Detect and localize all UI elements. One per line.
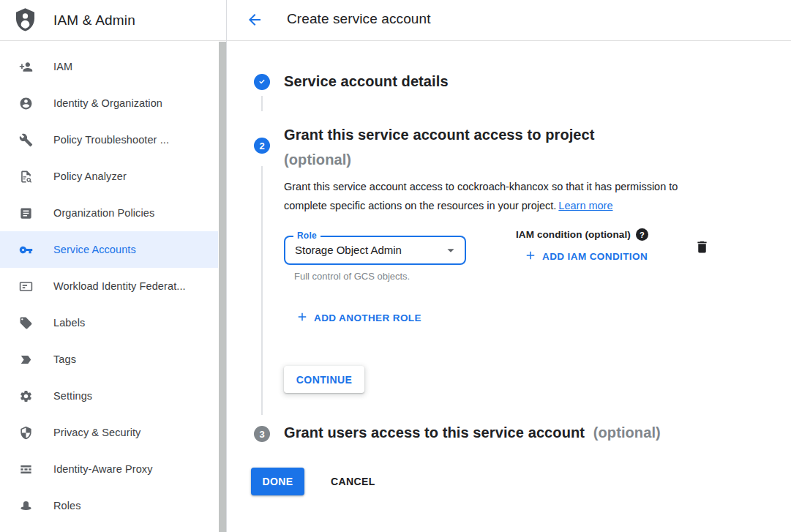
tag-icon	[18, 315, 33, 330]
arrow-back-icon	[246, 20, 263, 31]
step1-title: Service account details	[284, 73, 449, 90]
key-icon	[18, 242, 33, 257]
step2-optional-label: (optional)	[284, 147, 595, 172]
wrench-icon	[18, 132, 33, 147]
card-icon	[18, 279, 33, 293]
chevron-down-icon	[443, 242, 459, 258]
add-iam-condition-button[interactable]: ADD IAM CONDITION	[524, 249, 648, 264]
main-panel: Create service account Service account d…	[227, 0, 791, 532]
sidebar-item-organization-policies[interactable]: Organization Policies	[0, 195, 218, 231]
step3-number: 3	[259, 429, 264, 440]
sidebar-item-privacy-security[interactable]: Privacy & Security	[0, 414, 218, 451]
plus-icon	[524, 249, 542, 264]
hat-icon	[18, 498, 33, 513]
page-title: Create service account	[287, 11, 431, 27]
stepper-connector	[261, 96, 263, 111]
iam-condition-header: IAM condition (optional) ?	[516, 228, 648, 241]
sidebar-item-roles[interactable]: Roles	[0, 487, 218, 524]
label-important-icon	[18, 352, 33, 367]
step2-description: Grant this service account access to coc…	[284, 178, 720, 215]
sidebar-nav: IAM Identity & Organization Policy Troub…	[0, 48, 218, 524]
sidebar-item-label: Settings	[53, 390, 92, 402]
role-helper-text: Full control of GCS objects.	[294, 271, 410, 282]
wizard-content: Service account details 2 Grant this ser…	[227, 41, 791, 532]
role-select[interactable]: Role Storage Object Admin	[284, 236, 466, 265]
account-circle-icon	[18, 96, 33, 110]
app-title: IAM & Admin	[53, 12, 135, 29]
sidebar-item-label: Tags	[53, 353, 76, 365]
sidebar-item-label: Policy Troubleshooter ...	[53, 134, 169, 146]
sidebar-item-label: Identity-Aware Proxy	[53, 463, 153, 475]
document-list-icon	[18, 206, 33, 220]
step2-heading: Grant this service account access to pro…	[284, 122, 595, 172]
sidebar-item-workload-identity-federation[interactable]: Workload Identity Federat...	[0, 268, 218, 304]
sidebar-item-tags[interactable]: Tags	[0, 341, 218, 378]
add-iam-condition-label: ADD IAM CONDITION	[542, 251, 648, 262]
sidebar-item-service-accounts[interactable]: Service Accounts	[0, 231, 218, 268]
step2-description-text: Grant this service account access to coc…	[284, 181, 678, 211]
step1-check-badge	[254, 74, 270, 90]
sidebar-item-identity-organization[interactable]: Identity & Organization	[0, 85, 218, 121]
sidebar-item-label: Organization Policies	[53, 207, 154, 219]
role-selected-value: Storage Object Admin	[295, 237, 402, 263]
cancel-button[interactable]: CANCEL	[325, 468, 381, 495]
sidebar-item-label: Workload Identity Federat...	[53, 280, 186, 292]
shield-person-icon	[12, 5, 38, 35]
sidebar-item-iam[interactable]: IAM	[0, 48, 218, 85]
sidebar-item-policy-analyzer[interactable]: Policy Analyzer	[0, 158, 218, 195]
plus-icon	[296, 310, 314, 326]
sidebar-header: IAM & Admin	[0, 0, 226, 41]
sidebar-item-identity-aware-proxy[interactable]: Identity-Aware Proxy	[0, 451, 218, 487]
sidebar: IAM & Admin IAM Identity & Organization …	[0, 0, 227, 532]
main-header: Create service account	[227, 0, 791, 41]
sidebar-item-label: Privacy & Security	[53, 427, 140, 438]
sidebar-scrollbar[interactable]	[219, 42, 226, 532]
sidebar-item-settings[interactable]: Settings	[0, 378, 218, 414]
step3-number-badge: 3	[254, 426, 270, 442]
gear-icon	[18, 389, 33, 403]
check-icon	[257, 76, 267, 89]
add-another-role-label: ADD ANOTHER ROLE	[314, 312, 421, 323]
step3-heading: Grant users access to this service accou…	[284, 424, 661, 441]
delete-role-button[interactable]	[693, 239, 711, 257]
back-button[interactable]	[244, 10, 265, 30]
learn-more-link[interactable]: Learn more	[558, 200, 612, 211]
sidebar-item-label: Roles	[53, 500, 81, 512]
help-icon[interactable]: ?	[636, 228, 648, 241]
step2-number: 2	[259, 141, 264, 151]
step3-title: Grant users access to this service accou…	[284, 424, 585, 441]
step3-optional-label: (optional)	[593, 424, 661, 441]
shield-half-icon	[18, 425, 33, 440]
sidebar-item-label: Service Accounts	[53, 244, 136, 255]
grid-icon	[18, 462, 33, 476]
continue-button[interactable]: CONTINUE	[284, 366, 364, 393]
stepper-connector	[261, 166, 263, 415]
sidebar-item-policy-troubleshooter[interactable]: Policy Troubleshooter ...	[0, 121, 218, 158]
person-add-icon	[18, 59, 33, 74]
sidebar-item-label: Labels	[53, 317, 85, 329]
add-another-role-button[interactable]: ADD ANOTHER ROLE	[296, 310, 421, 326]
policy-analyzer-icon	[18, 169, 33, 184]
trash-icon	[694, 246, 710, 257]
done-button[interactable]: DONE	[251, 468, 304, 495]
step2-number-badge: 2	[254, 138, 270, 154]
sidebar-item-labels[interactable]: Labels	[0, 304, 218, 341]
sidebar-item-label: Policy Analyzer	[53, 171, 127, 182]
sidebar-item-label: IAM	[53, 61, 72, 72]
sidebar-item-label: Identity & Organization	[53, 97, 162, 109]
iam-condition-label: IAM condition (optional)	[516, 229, 631, 240]
step2-title: Grant this service account access to pro…	[284, 122, 595, 147]
